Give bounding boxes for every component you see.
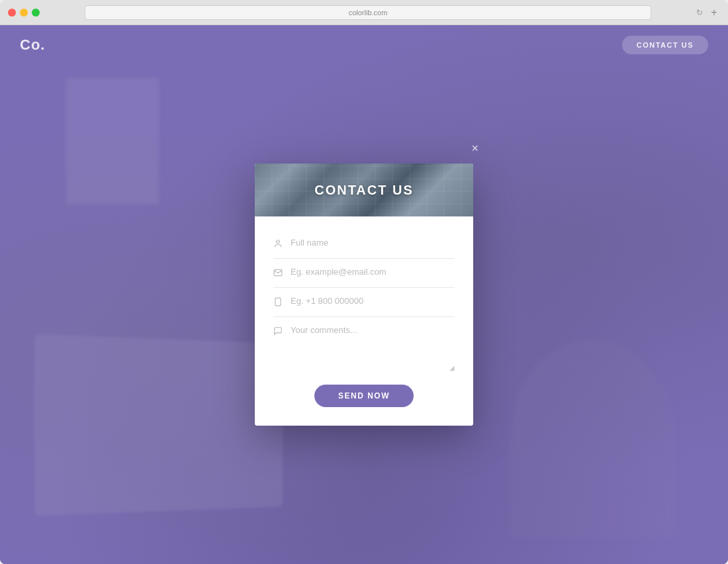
browser-window: colorlib.com ↻ + Co. CONTACT US × (0, 0, 728, 564)
comments-textarea[interactable] (291, 325, 443, 371)
comment-icon (273, 326, 284, 338)
modal-header-image: CONTACT US (255, 164, 473, 216)
modal-body: ◢ SEND NOW (255, 216, 473, 426)
person-icon (273, 239, 284, 250)
new-tab-button[interactable]: + (708, 7, 720, 19)
email-icon (273, 268, 284, 279)
fullscreen-traffic-light[interactable] (32, 9, 40, 17)
modal-header-title-container: CONTACT US (255, 164, 473, 216)
send-now-button[interactable]: SEND NOW (314, 385, 414, 407)
svg-rect-2 (275, 298, 281, 306)
submit-button-wrapper: SEND NOW (273, 385, 455, 407)
modal-close-button[interactable]: × (471, 142, 478, 154)
browser-content: Co. CONTACT US × CONTACT US (0, 25, 728, 564)
email-field (273, 259, 455, 288)
traffic-lights (8, 9, 40, 17)
resize-handle: ◢ (449, 364, 455, 371)
browser-titlebar: colorlib.com ↻ + (0, 0, 728, 25)
page-background: Co. CONTACT US × CONTACT US (0, 25, 728, 564)
email-input[interactable] (291, 267, 455, 277)
svg-point-0 (277, 240, 280, 244)
phone-input[interactable] (291, 296, 455, 306)
reload-icon[interactable]: ↻ (696, 8, 703, 17)
comments-field: ◢ (273, 317, 455, 371)
phone-icon (273, 297, 284, 308)
contact-modal: × CONTACT US (255, 164, 473, 426)
phone-field (273, 288, 455, 317)
modal-overlay: × CONTACT US (0, 25, 728, 564)
minimize-traffic-light[interactable] (20, 9, 28, 17)
modal-title: CONTACT US (314, 183, 414, 198)
address-bar[interactable]: colorlib.com (85, 5, 651, 20)
full-name-input[interactable] (291, 238, 455, 248)
url-text: colorlib.com (349, 9, 388, 17)
full-name-field (273, 230, 455, 259)
close-traffic-light[interactable] (8, 9, 16, 17)
